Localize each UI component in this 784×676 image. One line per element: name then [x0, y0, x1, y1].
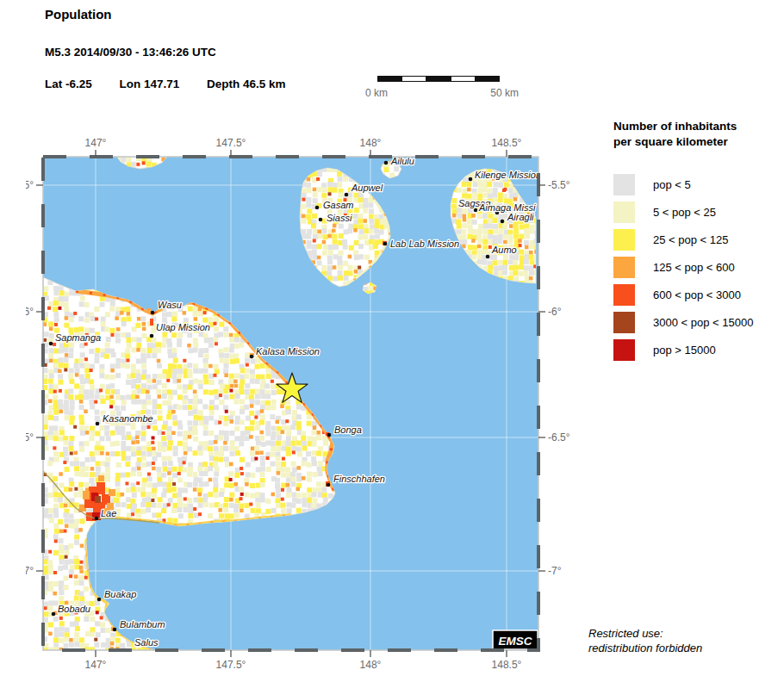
place-dot-sagsag [474, 208, 478, 213]
legend-label: pop < 5 [653, 178, 691, 191]
legend-title-line1: Number of inhabitants [613, 120, 737, 133]
population-hotspot [83, 491, 90, 499]
place-dot-kilenge-mission [469, 177, 473, 182]
place-label-lae: Lae [101, 508, 116, 518]
axis-label-right: -7° [548, 565, 562, 577]
population-hotspot [150, 319, 153, 326]
legend-item: 600 < pop < 3000 [613, 284, 781, 306]
legend-item: pop > 15000 [613, 339, 781, 361]
page-title: Population [45, 7, 112, 22]
emsc-badge-label: EMSC [498, 635, 532, 648]
scale-bar-segment [451, 77, 475, 81]
axis-label-top: 147.5° [216, 137, 246, 149]
place-label-kasanombe: Kasanombe [103, 413, 153, 424]
scale-bar-segment [426, 77, 450, 81]
population-hotspot [502, 189, 506, 192]
place-dot-kalasa-mission [250, 355, 254, 359]
legend-label: 125 < pop < 600 [653, 261, 735, 274]
place-label-aumo: Aumo [491, 245, 517, 255]
place-dot-ulap-mission [150, 334, 154, 338]
restricted-use-note: Restricted use: redistribution forbidden [588, 626, 702, 655]
event-longitude: Lon 147.71 [120, 78, 180, 90]
place-dot-buakap [97, 598, 102, 602]
scale-bar-segment [475, 77, 499, 81]
scale-bar-labels: 0 km 50 km [365, 87, 519, 99]
event-coordinates-line: Lat -6.25 Lon 147.71 Depth 46.5 km [45, 78, 310, 90]
place-label-kilenge-mission: Kilenge Mission [475, 170, 541, 180]
axis-label-left: -6° [26, 306, 34, 318]
legend-item: pop < 5 [613, 174, 781, 195]
axis-label-top: 148° [360, 137, 382, 149]
scale-bar-segment [378, 77, 401, 81]
place-label-finschhafen: Finschhafen [333, 474, 385, 484]
axis-label-left: -7° [26, 565, 34, 577]
axis-label-left: -5.5° [26, 179, 34, 191]
axis-label-right: -5.5° [548, 179, 570, 191]
scale-bar-segments [377, 76, 500, 82]
axis-label-top: 147° [85, 137, 107, 149]
restricted-use-line2: redistribution forbidden [588, 641, 702, 655]
axis-label-right: -6.5° [548, 431, 570, 443]
axis-label-left: -6.5° [26, 431, 34, 443]
place-dot-bobadu [52, 612, 56, 617]
axis-label-top: 148.5° [492, 137, 522, 149]
place-label-gasam: Gasam [323, 200, 353, 210]
population-hotspot [109, 489, 115, 496]
place-dot-airagli [501, 220, 505, 224]
restricted-use-line1: Restricted use: [588, 626, 702, 641]
place-label-lab-lab-mission: Lab Lab Mission [390, 239, 459, 249]
place-label-kalasa-mission: Kalasa Mission [256, 346, 320, 357]
legend-swatch [613, 257, 635, 278]
place-label-ulap-mission: Ulap Mission [156, 322, 210, 332]
legend-swatch [613, 339, 635, 361]
map-content: AiluluAupwelGasamSiassiLab Lab MissionKi… [42, 156, 541, 654]
population-hotspot [98, 475, 104, 481]
legend-label: 5 < pop < 25 [653, 206, 716, 219]
legend-swatch [613, 174, 635, 195]
legend-swatch [613, 202, 635, 223]
legend-swatch [613, 284, 635, 306]
legend-title-line2: per square kilometer [613, 135, 728, 148]
population-hotspot [96, 482, 105, 494]
event-depth: Depth 46.5 km [207, 78, 286, 90]
legend-label: 600 < pop < 3000 [653, 288, 741, 301]
place-dot-lab-lab-mission [383, 242, 388, 246]
legend-label: 3000 < pop < 15000 [653, 316, 753, 329]
scale-bar-segment [401, 77, 426, 81]
place-dot-finschhafen [327, 483, 331, 487]
axis-label-bottom: 148° [360, 659, 382, 671]
place-dot-ailulu [384, 161, 389, 165]
place-label-aupwel: Aupwel [351, 183, 383, 193]
place-dot-wasu [151, 311, 155, 315]
axis-label-bottom: 147.5° [216, 659, 246, 671]
place-label-bobadu: Bobadu [58, 604, 90, 614]
legend-label: 25 < pop < 125 [653, 233, 728, 246]
population-map: AiluluAupwelGasamSiassiLab Lab MissionKi… [26, 133, 573, 676]
place-dot-sapmanga [49, 342, 53, 346]
place-label-wasu: Wasu [158, 300, 182, 310]
place-dot-aupwel [345, 193, 349, 197]
legend-title: Number of inhabitants per square kilomet… [613, 119, 781, 150]
legend-item: 3000 < pop < 15000 [613, 312, 781, 333]
place-label-salus: Salus [134, 637, 159, 648]
legend-swatch [613, 312, 635, 333]
legend-label: pop > 15000 [653, 344, 716, 357]
place-label-sapmanga: Sapmanga [55, 332, 101, 343]
axis-label-right: -6° [548, 306, 562, 318]
axis-label-bottom: 148.5° [492, 659, 522, 671]
place-dot-siassi [319, 218, 323, 222]
place-label-siassi: Siassi [327, 213, 352, 223]
place-dot-lae [95, 517, 99, 521]
place-label-ailulu: Ailulu [390, 156, 414, 166]
axis-label-bottom: 147° [85, 659, 107, 671]
population-hotspot [95, 496, 101, 503]
legend-item: 125 < pop < 600 [613, 257, 781, 278]
legend-item: 25 < pop < 125 [613, 229, 781, 251]
place-dot-bulambum [113, 628, 117, 632]
place-dot-aumo [486, 255, 490, 259]
place-label-bulambum: Bulambum [120, 619, 165, 629]
population-legend: Number of inhabitants per square kilomet… [613, 119, 781, 367]
place-label-buakap: Buakap [104, 589, 136, 599]
legend-swatch [613, 229, 635, 251]
place-dot-bonga [327, 433, 332, 437]
